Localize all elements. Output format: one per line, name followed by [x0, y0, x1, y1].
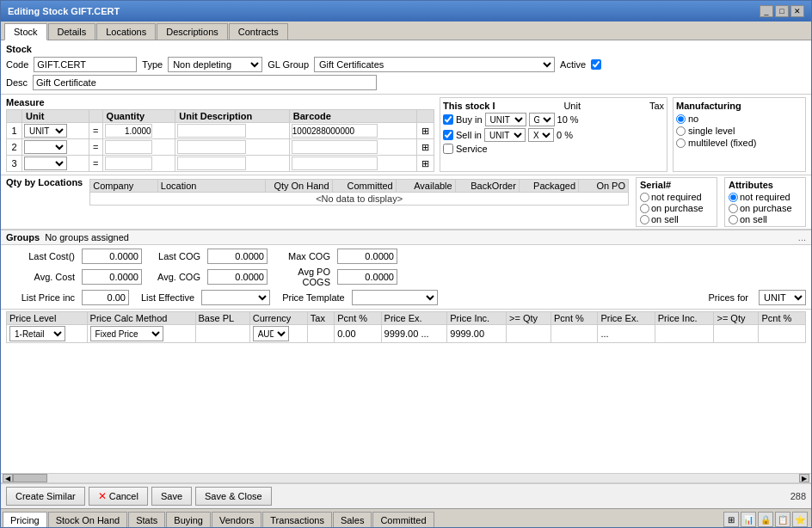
sell-in-tax[interactable]: X	[528, 128, 554, 142]
sell-in-label: Sell in	[456, 130, 482, 140]
avg-cog-input[interactable]	[207, 269, 268, 285]
close-button[interactable]: ✕	[790, 5, 804, 17]
sell-in-unit[interactable]: UNIT	[484, 128, 526, 142]
barcode-input-2[interactable]	[292, 140, 378, 154]
serial-on-purchase-label: on purchase	[651, 203, 704, 213]
col-barcode: Barcode	[289, 110, 416, 123]
save-button[interactable]: Save	[151, 487, 192, 506]
measure-section: Measure Unit Quantity Unit Description B…	[1, 95, 811, 175]
unit-desc-input-1[interactable]	[177, 124, 246, 138]
footer-icon-chart[interactable]: 📊	[741, 512, 756, 527]
price-level-cell: 1-Retail	[7, 325, 88, 343]
max-cog-input[interactable]	[337, 249, 397, 264]
base-pl-cell	[195, 325, 249, 343]
mfg-single-radio[interactable]	[676, 126, 686, 136]
measure-row-1: 1 UNIT = ⊞	[7, 123, 434, 139]
attr-on-purchase-radio[interactable]	[729, 204, 738, 213]
footer-tab-transactions[interactable]: Transactions	[262, 512, 332, 527]
cost-section: Last Cost() Last COG Max COG Avg. Cost A…	[1, 245, 811, 310]
footer-tab-committed[interactable]: Committed	[372, 512, 434, 527]
barcode-icon-1[interactable]: ⊞	[417, 123, 434, 139]
tab-stock[interactable]: Stock	[4, 23, 47, 40]
serial-on-purchase-radio[interactable]	[640, 204, 649, 213]
qty-locations-header: Qty by Locations Company Location Qty On…	[6, 177, 806, 227]
cost-row-1: Last Cost() Last COG Max COG	[6, 249, 806, 264]
manufacturing-box: Manufacturing no single level multilevel…	[673, 97, 806, 172]
unit-select-1[interactable]: UNIT	[24, 124, 67, 138]
restore-button[interactable]: □	[775, 5, 789, 17]
groups-dots-button[interactable]: ...	[798, 232, 806, 243]
create-similar-button[interactable]: Create Similar	[6, 487, 85, 506]
footer-tab-vendors[interactable]: Vendors	[212, 512, 261, 527]
price-template-label: Price Template	[282, 292, 345, 303]
tab-descriptions[interactable]: Descriptions	[157, 23, 228, 40]
footer-tab-buying[interactable]: Buying	[166, 512, 211, 527]
unit-desc-input-2[interactable]	[177, 140, 246, 154]
tab-contracts[interactable]: Contracts	[229, 23, 288, 40]
price-level-select[interactable]: 1-Retail	[9, 326, 65, 341]
horizontal-scrollbar[interactable]: ◀ ▶	[1, 473, 811, 483]
last-cost-input[interactable]	[82, 249, 142, 264]
cancel-button[interactable]: ✕ Cancel	[89, 487, 148, 506]
active-checkbox[interactable]	[591, 59, 601, 70]
serial-not-required-radio[interactable]	[640, 193, 649, 202]
scroll-right-btn[interactable]: ▶	[799, 474, 809, 482]
attr-not-required-radio[interactable]	[729, 193, 738, 202]
mfg-no-radio[interactable]	[676, 114, 686, 124]
unit-desc-input-3[interactable]	[177, 157, 246, 170]
serial-on-sell-radio[interactable]	[640, 215, 649, 224]
attr-on-sell-radio[interactable]	[729, 215, 738, 224]
unit-select-2[interactable]	[24, 140, 67, 154]
method-select[interactable]: Fixed Price	[90, 326, 163, 341]
service-checkbox[interactable]	[443, 144, 453, 154]
scrollbar-thumb[interactable]	[13, 474, 47, 482]
tab-locations[interactable]: Locations	[96, 23, 156, 40]
avg-cost-input[interactable]	[82, 269, 142, 285]
type-select[interactable]: Non depleting	[168, 57, 262, 72]
footer-icon-star[interactable]: ⭐	[792, 512, 808, 527]
footer-icon-lock[interactable]: 🔒	[758, 512, 773, 527]
barcode-icon-3[interactable]: ⊞	[417, 156, 434, 172]
gte-qty2-cell	[714, 325, 759, 343]
avg-po-cogs-input[interactable]	[337, 269, 397, 285]
code-input[interactable]	[34, 57, 137, 72]
buy-in-row: Buy in UNIT G 10 %	[443, 113, 664, 126]
buy-in-checkbox[interactable]	[443, 114, 453, 125]
gl-group-select[interactable]: Gift Certificates	[314, 57, 555, 72]
footer-icon-table[interactable]: ⊞	[723, 512, 739, 527]
qty-input-3[interactable]	[105, 157, 152, 170]
footer-tab-pricing[interactable]: Pricing	[3, 512, 47, 527]
qty-input-2[interactable]	[105, 140, 152, 154]
prices-for-select[interactable]: UNIT	[759, 290, 806, 305]
currency-select[interactable]: AUD	[253, 326, 289, 341]
scroll-left-btn[interactable]: ◀	[3, 474, 13, 482]
barcode-input-3[interactable]	[292, 157, 378, 170]
footer-tab-stock-on-hand[interactable]: Stock On Hand	[48, 512, 128, 527]
cancel-label: Cancel	[109, 491, 138, 501]
last-cog-input[interactable]	[207, 249, 268, 264]
price-template-select[interactable]	[352, 290, 438, 305]
unit-select-3[interactable]	[24, 157, 67, 170]
barcode-icon-2[interactable]: ⊞	[417, 139, 434, 156]
minimize-button[interactable]: _	[760, 5, 773, 17]
price-ex2-cell: ...	[598, 325, 655, 343]
list-effective-select[interactable]	[201, 290, 270, 305]
footer-tab-sales[interactable]: Sales	[333, 512, 372, 527]
tab-details[interactable]: Details	[48, 23, 96, 40]
attr-on-purchase-label: on purchase	[740, 203, 792, 213]
footer-icon-doc[interactable]: 📋	[775, 512, 790, 527]
tax-cell	[307, 325, 334, 343]
desc-input[interactable]	[33, 75, 377, 90]
list-price-input[interactable]	[82, 290, 129, 305]
qty-input-1[interactable]	[105, 124, 152, 138]
pricing-section: Price Level Price Calc Method Base PL Cu…	[1, 310, 811, 473]
save-close-button[interactable]: Save & Close	[195, 487, 272, 506]
buy-in-unit[interactable]: UNIT	[485, 113, 526, 126]
mfg-multi-radio[interactable]	[676, 138, 686, 148]
attr-not-required-label: not required	[740, 192, 790, 202]
barcode-input-1[interactable]	[292, 124, 378, 138]
scrollbar-track[interactable]	[13, 474, 799, 482]
sell-in-checkbox[interactable]	[443, 130, 453, 140]
footer-tab-stats[interactable]: Stats	[128, 512, 165, 527]
buy-in-tax[interactable]: G	[529, 113, 555, 126]
